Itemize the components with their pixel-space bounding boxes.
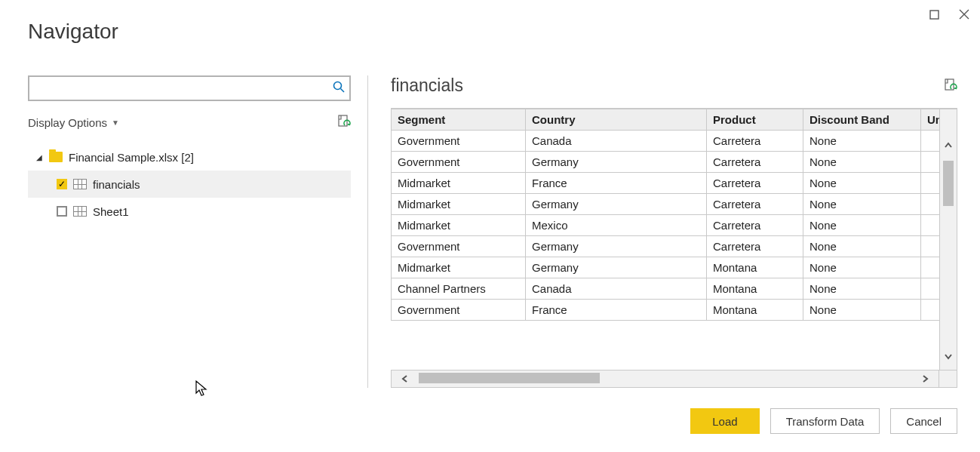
svg-rect-0 — [930, 11, 939, 19]
column-header[interactable]: Uni — [921, 109, 940, 131]
table-cell: Carretera — [707, 215, 803, 236]
scroll-left-icon[interactable] — [392, 371, 419, 387]
table-cell: None — [803, 194, 921, 215]
table-cell: Midmarket — [392, 215, 526, 236]
horizontal-scroll-thumb[interactable] — [419, 373, 600, 383]
table-cell — [921, 236, 940, 257]
horizontal-scrollbar[interactable] — [391, 370, 957, 388]
table-row[interactable]: GovernmentGermanyCarreteraNone — [392, 152, 940, 173]
scroll-down-icon[interactable] — [940, 343, 957, 370]
cancel-button[interactable]: Cancel — [890, 408, 957, 434]
table-cell: France — [526, 300, 707, 321]
table-cell: France — [526, 173, 707, 194]
scroll-right-icon[interactable] — [911, 371, 939, 387]
table-row[interactable]: MidmarketGermanyCarreteraNone — [392, 194, 940, 215]
table-row[interactable]: MidmarketMexicoCarreteraNone — [392, 215, 940, 236]
tree-item-sheet1[interactable]: Sheet1 — [28, 198, 351, 225]
checkbox[interactable] — [57, 206, 67, 217]
table-cell: None — [803, 257, 921, 278]
table-cell: Mexico — [526, 215, 707, 236]
table-cell: Canada — [526, 131, 707, 152]
column-header[interactable]: Discount Band — [803, 109, 921, 131]
table-cell: Carretera — [707, 152, 803, 173]
table-cell: Government — [392, 300, 526, 321]
table-row[interactable]: MidmarketGermanyMontanaNone — [392, 257, 940, 278]
table-cell: Channel Partners — [392, 278, 526, 300]
table-cell: Midmarket — [392, 173, 526, 194]
preview-title: financials — [391, 75, 463, 96]
display-options-toggle[interactable]: Display Options ▼ — [28, 116, 119, 129]
maximize-button[interactable] — [926, 6, 942, 23]
table-cell: None — [803, 152, 921, 173]
table-cell: Midmarket — [392, 257, 526, 278]
table-cell — [921, 257, 940, 278]
table-cell: Montana — [707, 257, 803, 278]
table-cell: Germany — [526, 236, 707, 257]
table-cell — [921, 300, 940, 321]
table-cell: Midmarket — [392, 194, 526, 215]
table-cell — [921, 152, 940, 173]
tree-item-label: financials — [93, 178, 140, 191]
column-header[interactable]: Product — [707, 109, 803, 131]
checkbox[interactable]: ✓ — [57, 179, 67, 189]
tree-file-node[interactable]: ◢ Financial Sample.xlsx [2] — [28, 143, 351, 171]
table-cell — [921, 278, 940, 300]
svg-point-1 — [334, 82, 342, 90]
table-icon — [73, 206, 87, 217]
tree-item-financials[interactable]: ✓financials — [28, 171, 351, 198]
column-header[interactable]: Country — [526, 109, 707, 131]
search-icon[interactable] — [333, 81, 345, 96]
table-row[interactable]: MidmarketFranceCarreteraNone — [392, 173, 940, 194]
table-cell: Carretera — [707, 194, 803, 215]
table-row[interactable]: Channel PartnersCanadaMontanaNone — [392, 278, 940, 300]
search-input[interactable] — [35, 77, 333, 100]
tree-file-label: Financial Sample.xlsx [2] — [69, 151, 194, 164]
table-cell: Carretera — [707, 131, 803, 152]
chevron-down-icon: ▼ — [112, 118, 119, 127]
table-cell: Government — [392, 131, 526, 152]
table-cell: Germany — [526, 257, 707, 278]
table-cell: Montana — [707, 278, 803, 300]
table-cell: Germany — [526, 194, 707, 215]
vertical-scrollbar[interactable] — [939, 109, 957, 371]
refresh-preview-icon[interactable] — [944, 78, 957, 94]
dialog-title: Navigator — [28, 20, 118, 44]
table-cell — [921, 173, 940, 194]
table-cell: Canada — [526, 278, 707, 300]
table-cell: None — [803, 236, 921, 257]
navigator-tree: ◢ Financial Sample.xlsx [2] ✓financialsS… — [28, 143, 351, 225]
vertical-scroll-thumb[interactable] — [943, 161, 954, 206]
table-row[interactable]: GovernmentCanadaCarreteraNone — [392, 131, 940, 152]
load-button[interactable]: Load — [690, 408, 759, 434]
table-icon — [73, 179, 87, 189]
search-box[interactable] — [28, 75, 351, 101]
scroll-up-icon[interactable] — [940, 132, 957, 159]
table-cell: None — [803, 173, 921, 194]
table-cell: Montana — [707, 300, 803, 321]
table-row[interactable]: GovernmentGermanyCarreteraNone — [392, 236, 940, 257]
table-cell: None — [803, 215, 921, 236]
table-cell — [921, 194, 940, 215]
table-cell: None — [803, 131, 921, 152]
table-cell: None — [803, 278, 921, 300]
table-cell — [921, 215, 940, 236]
table-cell: Government — [392, 152, 526, 173]
table-cell: Carretera — [707, 236, 803, 257]
column-header[interactable]: Segment — [392, 109, 526, 131]
table-cell: Germany — [526, 152, 707, 173]
collapse-icon[interactable]: ◢ — [35, 153, 43, 161]
tree-item-label: Sheet1 — [93, 205, 129, 218]
transform-data-button[interactable]: Transform Data — [770, 408, 880, 434]
display-options-label: Display Options — [28, 116, 107, 129]
folder-icon — [49, 152, 63, 162]
table-cell — [921, 131, 940, 152]
table-row[interactable]: GovernmentFranceMontanaNone — [392, 300, 940, 321]
close-button[interactable] — [956, 6, 972, 23]
refresh-tree-icon[interactable] — [337, 115, 351, 130]
table-cell: Carretera — [707, 173, 803, 194]
preview-table: SegmentCountryProductDiscount BandUni Go… — [391, 109, 939, 321]
table-cell: Government — [392, 236, 526, 257]
table-cell: None — [803, 300, 921, 321]
